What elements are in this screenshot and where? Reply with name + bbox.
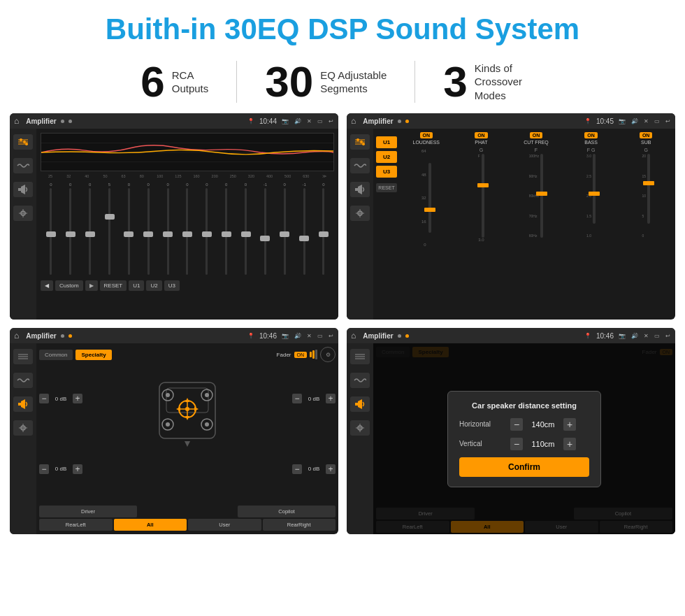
- horizontal-minus[interactable]: −: [510, 418, 523, 431]
- copilot-button[interactable]: Copilot: [238, 506, 336, 517]
- eq-icon-3[interactable]: [13, 349, 33, 364]
- home-icon-3[interactable]: ⌂: [14, 331, 19, 341]
- back-icon-4[interactable]: ↩: [665, 333, 670, 339]
- confirm-button[interactable]: Confirm: [459, 457, 589, 477]
- eq-icon[interactable]: [13, 134, 33, 150]
- eq-slider-3[interactable]: 0: [81, 182, 99, 275]
- bass-on[interactable]: ON: [584, 132, 598, 138]
- eq-slider-4[interactable]: 5: [101, 182, 119, 275]
- play-button[interactable]: ▶: [85, 280, 98, 291]
- settings-button[interactable]: ⚙: [320, 347, 336, 362]
- speaker-icon-3[interactable]: [13, 396, 33, 412]
- svg-point-40: [166, 422, 170, 427]
- eq-slider-7[interactable]: 0: [159, 182, 177, 275]
- left-db-controls: − 0 dB + − 0 dB +: [39, 365, 82, 503]
- wave-icon-3[interactable]: [13, 373, 33, 388]
- rearright-button[interactable]: RearRight: [263, 519, 336, 531]
- eq-slider-11[interactable]: 0: [237, 182, 255, 275]
- status-dot-1: [61, 120, 64, 123]
- vertical-plus[interactable]: +: [563, 438, 576, 450]
- stat-rca: 6 RCA Outputs: [113, 60, 236, 103]
- stat-crossover-number: 3: [443, 60, 467, 103]
- balance-icon[interactable]: [13, 206, 33, 221]
- home-icon-2[interactable]: ⌂: [351, 116, 356, 126]
- back-icon-3[interactable]: ↩: [329, 333, 333, 339]
- eq-icon-4[interactable]: [350, 349, 370, 364]
- specialty-tab[interactable]: Specialty: [75, 350, 111, 360]
- eq-slider-15[interactable]: 0: [315, 182, 333, 275]
- eq-slider-6[interactable]: 0: [139, 182, 157, 275]
- db-plus-3[interactable]: +: [326, 394, 336, 403]
- eq-slider-13[interactable]: 0: [275, 182, 294, 275]
- eq-slider-14[interactable]: -1: [295, 182, 313, 275]
- driver-button[interactable]: Driver: [39, 506, 137, 517]
- db-minus-4[interactable]: −: [292, 464, 302, 474]
- rearleft-button[interactable]: RearLeft: [39, 519, 113, 531]
- u3-channel[interactable]: U3: [376, 166, 397, 178]
- user-button[interactable]: User: [188, 519, 261, 531]
- db-minus-3[interactable]: −: [292, 394, 302, 403]
- db-plus-2[interactable]: +: [73, 464, 82, 474]
- db-plus-1[interactable]: +: [73, 394, 82, 403]
- all-button[interactable]: All: [114, 519, 187, 531]
- eq-slider-2[interactable]: 0: [62, 182, 80, 275]
- balance-icon-3[interactable]: [13, 420, 33, 436]
- reset-button[interactable]: RESET: [100, 280, 127, 291]
- balance-icon-4[interactable]: [350, 420, 370, 436]
- phat-slider[interactable]: [482, 154, 484, 238]
- back-icon[interactable]: ↩: [329, 118, 333, 124]
- svg-point-46: [185, 407, 189, 411]
- horizontal-plus[interactable]: +: [563, 418, 576, 431]
- u2-channel[interactable]: U2: [376, 151, 397, 163]
- cutfreq-slider[interactable]: [540, 154, 543, 238]
- status-dot-2: [68, 120, 72, 123]
- eq-slider-12[interactable]: -1: [256, 182, 274, 275]
- eq-sliders-area: 0 0 0 5 0: [41, 180, 334, 278]
- sub-on[interactable]: ON: [640, 132, 653, 138]
- bass-slider[interactable]: [593, 154, 596, 224]
- loudness-slider[interactable]: [428, 163, 431, 233]
- home-icon-4[interactable]: ⌂: [351, 331, 356, 341]
- u3-button[interactable]: U3: [164, 280, 180, 291]
- speaker-area: − 0 dB + − 0 dB +: [39, 365, 336, 503]
- eq-slider-1[interactable]: 0: [42, 182, 60, 275]
- speaker-icon-4[interactable]: [350, 396, 370, 412]
- phat-on[interactable]: ON: [475, 132, 488, 138]
- eq-icon-2[interactable]: [350, 134, 370, 150]
- wave-icon[interactable]: [13, 158, 33, 173]
- u2-button[interactable]: U2: [146, 280, 161, 291]
- vertical-minus[interactable]: −: [510, 438, 523, 450]
- close-icon-4: ✕: [644, 333, 649, 339]
- back-icon-2[interactable]: ↩: [665, 118, 670, 124]
- home-icon[interactable]: ⌂: [14, 116, 19, 126]
- screen1-main: 25 32 40 50 63 80 100 125 160 200 250 32…: [36, 129, 338, 320]
- close-icon-2: ✕: [644, 118, 649, 124]
- prev-button[interactable]: ◀: [41, 280, 53, 291]
- screen1-topbar: ⌂ Amplifier 📍 10:44 📷 🔊 ✕ ▭ ↩: [10, 113, 338, 129]
- wave-icon-4[interactable]: [350, 373, 370, 388]
- balance-icon-2[interactable]: [350, 206, 370, 221]
- screen3-main: Common Specialty Fader ON ⚙: [36, 343, 338, 534]
- db-plus-4[interactable]: +: [326, 464, 336, 474]
- db-minus-2[interactable]: −: [39, 464, 49, 474]
- speaker-icon-2[interactable]: [350, 182, 370, 197]
- svg-point-17: [356, 138, 359, 141]
- volume-icon: 🔊: [294, 118, 301, 124]
- u1-channel[interactable]: U1: [376, 136, 397, 148]
- eq-slider-10[interactable]: 0: [217, 182, 236, 275]
- cutfreq-on[interactable]: ON: [530, 132, 543, 138]
- amp-reset[interactable]: RESET: [376, 183, 397, 192]
- sub-slider[interactable]: [647, 154, 650, 224]
- wave-icon-2[interactable]: [350, 158, 370, 173]
- db-minus-1[interactable]: −: [39, 394, 49, 403]
- svg-point-5: [25, 143, 28, 145]
- car-diagram: [84, 365, 291, 449]
- loudness-on[interactable]: ON: [420, 132, 433, 138]
- common-tab[interactable]: Common: [39, 350, 73, 360]
- speaker-icon[interactable]: [13, 182, 33, 197]
- eq-slider-5[interactable]: 0: [120, 182, 138, 275]
- eq-slider-9[interactable]: 0: [198, 182, 216, 275]
- u1-button[interactable]: U1: [129, 280, 144, 291]
- fader-on-badge[interactable]: ON: [294, 352, 308, 358]
- eq-slider-8[interactable]: 0: [178, 182, 196, 275]
